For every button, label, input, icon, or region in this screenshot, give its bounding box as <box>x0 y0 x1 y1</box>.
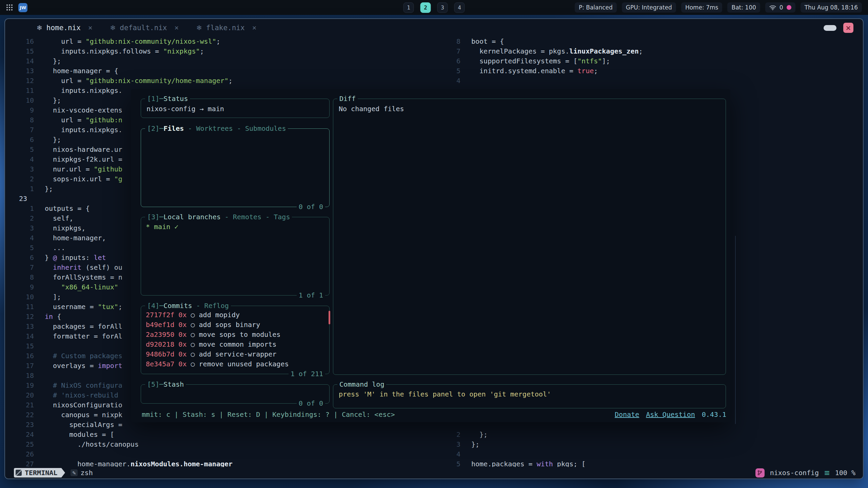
percent-indicator: 100 % <box>835 469 855 477</box>
commit-item[interactable]: b49ef1d 0x ○ add sops binary <box>146 320 326 330</box>
battery-pill[interactable]: Bat: 100 <box>727 2 760 13</box>
commits-scrollbar[interactable] <box>329 311 330 324</box>
editor-right-bottom-lines: 2 };3};45home.packages = with pkgs; [ <box>432 430 863 467</box>
lazygit-files-panel[interactable]: [2]─Files - Worktrees - Submodules 0 of … <box>141 128 330 207</box>
line-number: 11 <box>5 302 34 312</box>
line-number: 9 <box>5 105 34 115</box>
editor-line[interactable]: 6 supportedFilesystems = ["ntfs"]; <box>432 56 863 66</box>
tab-flake-nix[interactable]: ❄ flake.nix × <box>196 24 256 32</box>
workspace-4[interactable]: 4 <box>454 2 465 13</box>
lazygit-footer: mmit: c | Stash: s | Reset: D | Keybindi… <box>142 410 726 420</box>
nix-snowflake-icon: ❄ <box>110 24 116 32</box>
clock[interactable]: Thu Aug 08, 18:16 <box>801 2 862 13</box>
line-number: 27 <box>5 459 34 467</box>
shell-tab[interactable]: ✎ zsh <box>71 469 93 477</box>
editor-line[interactable]: 4 <box>432 76 863 86</box>
commit-item[interactable]: 9486b7d 0x ○ add service-wrapper <box>146 349 326 359</box>
topbar-right: P: Balanced GPU: Integrated Home: 7ms Ba… <box>575 2 862 13</box>
line-number: 14 <box>5 331 34 341</box>
panel-title: [1]─Status <box>145 94 190 104</box>
workspace-2[interactable]: 2 <box>420 2 431 13</box>
line-number: 5 <box>5 243 34 253</box>
line-number: 15 <box>5 46 34 56</box>
line-number: 17 <box>5 361 34 371</box>
line-number: 11 <box>5 86 34 96</box>
notification-count: 0 <box>780 4 783 11</box>
edit-icon: ✎ <box>71 469 77 476</box>
power-profile-pill[interactable]: P: Balanced <box>575 2 617 13</box>
line-number: 19 <box>5 381 34 390</box>
panel-count: 1 of 211 <box>289 369 325 379</box>
panel-title: [4]─Commits - Reflog <box>145 301 231 311</box>
workspace-1[interactable]: 1 <box>403 2 414 13</box>
line-number: 4 <box>5 233 34 243</box>
donate-link[interactable]: Donate <box>615 410 639 420</box>
editor-line[interactable]: 3}; <box>432 440 863 449</box>
tab-close-icon[interactable]: × <box>88 24 93 32</box>
editor-line[interactable]: 2 }; <box>432 430 863 440</box>
workspace-3[interactable]: 3 <box>437 2 448 13</box>
keyboard-layout-badge[interactable]: JW <box>18 3 27 12</box>
line-number: 24 <box>5 430 34 440</box>
panel-title: Diff <box>337 94 358 104</box>
commit-item[interactable]: 8e345a7 0x ○ remove unused packages <box>146 359 326 369</box>
line-number: 7 <box>432 46 460 56</box>
app-grid-icon[interactable] <box>6 4 13 11</box>
git-session-icon <box>755 468 765 477</box>
panel-count: 0 of 0 <box>297 399 325 408</box>
lazygit-branches-panel[interactable]: [3]─Local branches - Remotes - Tags * ma… <box>141 217 330 296</box>
editor-ruler <box>735 236 736 424</box>
line-number: 8 <box>5 115 34 125</box>
lazygit-command-log-panel[interactable]: Command log press 'M' in the files panel… <box>333 384 726 408</box>
lazygit-diff-panel[interactable]: Diff No changed files <box>333 99 726 375</box>
panel-title: [2]─Files - Worktrees - Submodules <box>145 124 288 134</box>
editor-line[interactable]: 7 kernelPackages = pkgs.linuxPackages_ze… <box>432 46 863 56</box>
gpu-pill[interactable]: GPU: Integrated <box>622 2 676 13</box>
tab-default-nix[interactable]: ❄ default.nix × <box>110 24 179 32</box>
line-number: 10 <box>5 96 34 105</box>
line-number: 3 <box>5 164 34 174</box>
tab-label: default.nix <box>120 24 167 32</box>
ask-question-link[interactable]: Ask Question <box>646 410 695 420</box>
editor-line[interactable]: 8boot = { <box>432 37 863 46</box>
lazygit-status-panel[interactable]: [1]─Status nixos-config → main <box>141 99 330 118</box>
line-number: 9 <box>5 282 34 292</box>
topbar: JW 1 2 3 4 P: Balanced GPU: Integrated H… <box>0 0 868 15</box>
line-number: 14 <box>5 56 34 66</box>
lazygit-stash-panel[interactable]: [5]─Stash 0 of 0 <box>141 384 330 404</box>
menu-icon[interactable]: ≡ <box>824 468 830 477</box>
workspace-switcher: 1 2 3 4 <box>403 2 465 13</box>
editor-line[interactable]: 4 <box>432 449 863 459</box>
line-number: 7 <box>5 263 34 272</box>
ping-pill[interactable]: Home: 7ms <box>681 2 723 13</box>
pin-toggle[interactable] <box>824 25 836 31</box>
line-number: 3 <box>432 440 460 449</box>
commit-item[interactable]: 2717f2f 0x ○ add mopidy <box>146 310 326 320</box>
lazygit-overlay: [1]─Status nixos-config → main [2]─Files… <box>131 89 730 422</box>
topbar-left: JW <box>6 3 27 12</box>
commit-item[interactable]: 2a23950 0x ○ move sops to modules <box>146 330 326 340</box>
tab-close-icon[interactable]: × <box>252 24 257 32</box>
session-name[interactable]: nixos-config <box>770 469 819 477</box>
lazygit-commits-panel[interactable]: [4]─Commits - Reflog 2717f2f 0x ○ add mo… <box>141 306 330 374</box>
mode-indicator: TERMINAL <box>14 468 61 477</box>
line-number: 25 <box>5 440 34 449</box>
system-tray[interactable]: 0 <box>765 2 795 13</box>
editor-tabbar: ❄ home.nix × ❄ default.nix × ❄ flake.nix… <box>5 19 863 37</box>
tab-home-nix[interactable]: ❄ home.nix × <box>37 24 93 32</box>
commit-item[interactable]: d920218 0x ○ move common imports <box>146 340 326 349</box>
line-number: 13 <box>5 66 34 76</box>
window-controls: × <box>824 19 853 37</box>
keybindings-hint: mmit: c | Stash: s | Reset: D | Keybindi… <box>142 410 395 420</box>
line-number: 15 <box>5 341 34 351</box>
line-number: 6 <box>432 56 460 66</box>
tab-close-icon[interactable]: × <box>174 24 179 32</box>
editor-line[interactable]: 5home.packages = with pkgs; [ <box>432 459 863 467</box>
statusbar-right: nixos-config ≡ 100 % <box>755 468 855 477</box>
line-number: 23 <box>5 194 34 204</box>
branch-item[interactable]: * main ✓ <box>146 222 324 232</box>
editor-line[interactable]: 5 initrd.systemd.enable = true; <box>432 66 863 76</box>
line-number: 7 <box>5 125 34 135</box>
lazygit-version: 0.43.1 <box>702 410 726 420</box>
window-close-button[interactable]: × <box>843 23 853 33</box>
